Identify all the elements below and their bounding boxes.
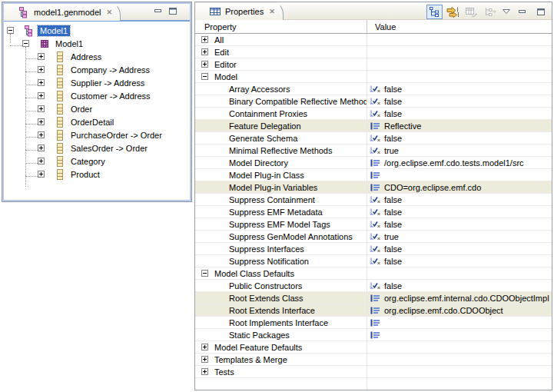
property-cell[interactable]: Editor: [195, 58, 367, 70]
property-cell[interactable]: Static Packages: [195, 329, 367, 341]
value-cell[interactable]: CDO=org.eclipse.emf.cdo: [367, 181, 552, 193]
property-cell[interactable]: Root Extends Class: [195, 292, 367, 304]
property-row-suppress-notification[interactable]: Suppress Notification false: [195, 255, 552, 267]
tree-item-orderdetail[interactable]: OrderDetail: [4, 115, 190, 128]
value-cell[interactable]: false: [367, 206, 552, 218]
property-row-tests[interactable]: Tests: [195, 366, 552, 378]
property-row-model-plug-in-class[interactable]: Model Plug-in Class: [195, 169, 552, 181]
property-row-editor[interactable]: Editor: [195, 58, 552, 71]
tree-item-label[interactable]: Product: [68, 169, 102, 180]
expand-icon[interactable]: [38, 171, 45, 178]
property-row-model[interactable]: Model: [195, 71, 552, 83]
tree-item-salesorder-order[interactable]: SalesOrder -> Order: [4, 141, 190, 154]
property-row-suppress-emf-model-tags[interactable]: Suppress EMF Model Tags false: [195, 218, 552, 231]
property-cell[interactable]: Tests: [195, 366, 367, 377]
property-row-edit[interactable]: Edit: [195, 46, 552, 58]
view-menu-icon[interactable]: [500, 8, 512, 15]
property-row-model-class-defaults[interactable]: Model Class Defaults: [195, 267, 552, 280]
property-row-root-implements-interface[interactable]: Root Implements Interface: [195, 317, 552, 329]
property-cell[interactable]: Suppress Interfaces: [195, 243, 367, 254]
property-row-model-plug-in-variables[interactable]: Model Plug-in Variables CDO=org.eclipse.…: [195, 181, 552, 194]
tree-item-label[interactable]: OrderDetail: [68, 117, 116, 128]
value-cell[interactable]: /org.eclipse.emf.cdo.tests.model1/src: [367, 157, 552, 168]
property-row-root-extends-class[interactable]: Root Extends Class org.eclipse.emf.inter…: [195, 292, 552, 304]
property-cell[interactable]: Root Implements Interface: [195, 317, 367, 328]
value-cell[interactable]: [367, 169, 552, 181]
tree-item-product[interactable]: Product: [4, 168, 190, 181]
tree-item-label[interactable]: Order: [68, 104, 95, 115]
show-advanced-properties-icon[interactable]: [445, 5, 461, 19]
tree-item-label[interactable]: Customer -> Address: [68, 91, 153, 101]
expand-icon[interactable]: [38, 79, 45, 86]
value-cell[interactable]: false: [367, 280, 552, 291]
show-categories-icon[interactable]: [426, 5, 443, 19]
value-cell[interactable]: false: [367, 83, 552, 95]
property-cell[interactable]: Public Constructors: [195, 280, 367, 291]
expand-icon[interactable]: [201, 48, 208, 55]
tree-item-label[interactable]: Company -> Address: [68, 65, 152, 75]
expand-icon[interactable]: [38, 53, 45, 60]
value-cell[interactable]: true: [367, 145, 552, 156]
property-cell[interactable]: All: [195, 34, 367, 45]
expand-icon[interactable]: [201, 368, 208, 375]
close-icon[interactable]: ✕: [106, 8, 112, 16]
value-cell[interactable]: false: [367, 255, 552, 267]
property-cell[interactable]: Root Extends Interface: [195, 304, 367, 316]
property-row-all[interactable]: All: [195, 34, 552, 46]
property-row-static-packages[interactable]: Static Packages: [195, 329, 552, 341]
value-cell[interactable]: org.eclipse.emf.cdo.CDOObject: [367, 304, 552, 316]
tree-item-label[interactable]: SalesOrder -> Order: [68, 143, 150, 154]
property-cell[interactable]: Suppress GenModel Annotations: [195, 231, 367, 242]
value-cell[interactable]: false: [367, 95, 552, 107]
property-cell[interactable]: Suppress Notification: [195, 255, 367, 267]
minimize-icon[interactable]: [154, 7, 163, 17]
collapse-icon[interactable]: [201, 270, 208, 277]
property-cell[interactable]: Model Plug-in Variables: [195, 181, 367, 193]
maximize-icon[interactable]: [168, 7, 177, 17]
property-cell[interactable]: Minimal Reflective Methods: [195, 145, 367, 156]
property-row-public-constructors[interactable]: Public Constructors false: [195, 280, 552, 292]
property-row-containment-proxies[interactable]: Containment Proxies false: [195, 108, 552, 120]
property-row-generate-schema[interactable]: Generate Schema false: [195, 132, 552, 145]
property-row-binary-compatible-reflective-methods[interactable]: Binary Compatible Reflective Methods fal…: [195, 95, 552, 108]
expand-icon[interactable]: [201, 36, 208, 43]
property-row-feature-delegation[interactable]: Feature Delegation Reflective: [195, 120, 552, 132]
close-icon[interactable]: ✕: [269, 8, 275, 15]
property-cell[interactable]: Generate Schema: [195, 132, 367, 144]
expand-icon[interactable]: [201, 344, 208, 350]
expand-icon[interactable]: [38, 118, 45, 125]
minimize-icon[interactable]: [514, 5, 530, 19]
property-cell[interactable]: Suppress EMF Metadata: [195, 206, 367, 218]
property-row-suppress-emf-metadata[interactable]: Suppress EMF Metadata false: [195, 206, 552, 218]
expand-icon[interactable]: [38, 158, 45, 164]
expand-icon[interactable]: [38, 92, 45, 99]
property-row-suppress-containment[interactable]: Suppress Containment false: [195, 194, 552, 206]
tree-item-model1[interactable]: Model1: [4, 24, 190, 37]
value-cell[interactable]: false: [367, 194, 552, 205]
tree-item-purchaseorder-order[interactable]: PurchaseOrder -> Order: [4, 128, 190, 141]
expand-icon[interactable]: [38, 131, 45, 138]
property-cell[interactable]: Model Directory: [195, 157, 367, 168]
value-cell[interactable]: [367, 317, 552, 328]
tree-item-supplier-address[interactable]: Supplier -> Address: [4, 76, 190, 89]
tree-item-label[interactable]: PurchaseOrder -> Order: [68, 130, 164, 141]
property-cell[interactable]: Model Plug-in Class: [195, 169, 367, 181]
tree-item-label[interactable]: Address: [68, 51, 104, 62]
property-cell[interactable]: Array Accessors: [195, 83, 367, 95]
property-cell[interactable]: Model Feature Defaults: [195, 341, 367, 353]
value-cell[interactable]: org.eclipse.emf.internal.cdo.CDOObjectIm…: [367, 292, 552, 304]
collapse-icon[interactable]: [7, 27, 14, 34]
value-cell[interactable]: Reflective: [367, 120, 552, 131]
property-cell[interactable]: Suppress Containment: [195, 194, 367, 205]
property-cell[interactable]: Suppress EMF Model Tags: [195, 218, 367, 230]
tree-item-model1[interactable]: Model1: [4, 37, 190, 50]
editor-tab-model1-genmodel[interactable]: model1.genmodel ✕: [4, 4, 121, 21]
property-cell[interactable]: Edit: [195, 46, 367, 58]
property-row-model-feature-defaults[interactable]: Model Feature Defaults: [195, 341, 552, 354]
tree-item-company-address[interactable]: Company -> Address: [4, 63, 190, 76]
property-cell[interactable]: Containment Proxies: [195, 108, 367, 119]
value-cell[interactable]: true: [367, 231, 552, 242]
tree-item-label[interactable]: Model1: [53, 38, 85, 49]
property-row-root-extends-interface[interactable]: Root Extends Interface org.eclipse.emf.c…: [195, 304, 552, 317]
tree-item-label[interactable]: Model1: [38, 25, 70, 36]
